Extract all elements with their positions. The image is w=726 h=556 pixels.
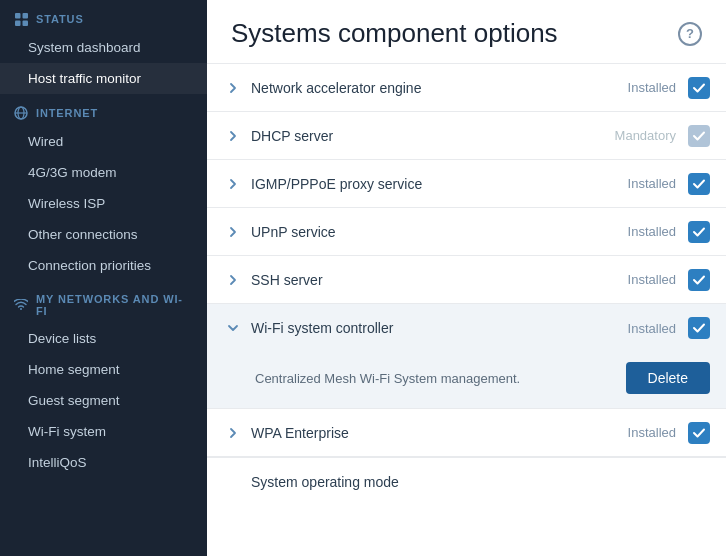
component-checkbox[interactable] <box>688 221 710 243</box>
table-row: Wi-Fi system controller Installed <box>207 304 726 352</box>
main-header: Systems component options ? <box>207 0 726 64</box>
system-operating-name: System operating mode <box>251 474 399 490</box>
chevron-right-icon[interactable] <box>223 78 243 98</box>
sidebar-item-4g-modem[interactable]: 4G/3G modem <box>0 157 207 188</box>
sidebar-item-home-segment-label: Home segment <box>28 362 120 377</box>
wifi-icon <box>14 298 28 312</box>
table-row: UPnP service Installed <box>207 208 726 256</box>
sidebar-item-wireless-isp[interactable]: Wireless ISP <box>0 188 207 219</box>
sidebar-section-mynetworks: MY NETWORKS AND WI-FI <box>0 281 207 323</box>
sidebar-section-status: STATUS <box>0 0 207 32</box>
component-name: Wi-Fi system controller <box>251 320 628 336</box>
table-row: DHCP server Mandatory <box>207 112 726 160</box>
sidebar-item-wired-label: Wired <box>28 134 63 149</box>
component-checkbox[interactable] <box>688 125 710 147</box>
sidebar-item-guest-segment[interactable]: Guest segment <box>0 385 207 416</box>
globe-icon <box>14 106 28 120</box>
component-name: UPnP service <box>251 224 628 240</box>
component-checkbox[interactable] <box>688 77 710 99</box>
svg-rect-3 <box>22 20 28 26</box>
table-row: WPA Enterprise Installed <box>207 409 726 457</box>
component-status: Installed <box>628 272 676 287</box>
component-name: DHCP server <box>251 128 615 144</box>
sidebar-item-wifi-system-label: Wi-Fi system <box>28 424 106 439</box>
sidebar-section-status-label: STATUS <box>36 13 84 25</box>
system-operating-row: System operating mode <box>207 457 726 505</box>
expanded-body: Centralized Mesh Wi-Fi System management… <box>207 352 726 409</box>
component-checkbox[interactable] <box>688 173 710 195</box>
component-status: Installed <box>628 321 676 336</box>
sidebar-item-device-lists-label: Device lists <box>28 331 96 346</box>
component-status: Installed <box>628 425 676 440</box>
chevron-right-icon[interactable] <box>223 174 243 194</box>
sidebar-item-connection-priorities-label: Connection priorities <box>28 258 151 273</box>
table-row: IGMP/PPPoE proxy service Installed <box>207 160 726 208</box>
component-status: Mandatory <box>615 128 676 143</box>
expanded-description: Centralized Mesh Wi-Fi System management… <box>255 371 614 386</box>
sidebar-item-intelliqos-label: IntelliQoS <box>28 455 87 470</box>
chevron-right-icon[interactable] <box>223 423 243 443</box>
component-list: Network accelerator engine Installed DHC… <box>207 64 726 556</box>
sidebar-section-internet: INTERNET <box>0 94 207 126</box>
sidebar-section-internet-label: INTERNET <box>36 107 98 119</box>
sidebar-item-other-connections[interactable]: Other connections <box>0 219 207 250</box>
sidebar-item-home-segment[interactable]: Home segment <box>0 354 207 385</box>
main-content: Systems component options ? Network acce… <box>207 0 726 556</box>
sidebar-item-guest-segment-label: Guest segment <box>28 393 120 408</box>
chevron-right-icon[interactable] <box>223 270 243 290</box>
svg-rect-2 <box>15 20 21 26</box>
component-name: IGMP/PPPoE proxy service <box>251 176 628 192</box>
sidebar-item-system-dashboard[interactable]: System dashboard <box>0 32 207 63</box>
sidebar-item-wifi-system[interactable]: Wi-Fi system <box>0 416 207 447</box>
component-checkbox[interactable] <box>688 422 710 444</box>
sidebar-item-4g-modem-label: 4G/3G modem <box>28 165 117 180</box>
sidebar-item-connection-priorities[interactable]: Connection priorities <box>0 250 207 281</box>
sidebar-section-mynetworks-label: MY NETWORKS AND WI-FI <box>36 293 193 317</box>
chevron-right-icon[interactable] <box>223 126 243 146</box>
component-checkbox[interactable] <box>688 269 710 291</box>
component-status: Installed <box>628 224 676 239</box>
sidebar-item-wireless-isp-label: Wireless ISP <box>28 196 105 211</box>
sidebar-item-wired[interactable]: Wired <box>0 126 207 157</box>
table-row: SSH server Installed <box>207 256 726 304</box>
sidebar: STATUS System dashboard Host traffic mon… <box>0 0 207 556</box>
sidebar-item-host-traffic-monitor-label: Host traffic monitor <box>28 71 141 86</box>
grid-icon <box>14 12 28 26</box>
component-name: WPA Enterprise <box>251 425 628 441</box>
svg-rect-1 <box>22 13 28 19</box>
component-status: Installed <box>628 80 676 95</box>
sidebar-item-intelliqos[interactable]: IntelliQoS <box>0 447 207 478</box>
component-name: Network accelerator engine <box>251 80 628 96</box>
sidebar-item-host-traffic-monitor[interactable]: Host traffic monitor <box>0 63 207 94</box>
help-button[interactable]: ? <box>678 22 702 46</box>
sidebar-item-other-connections-label: Other connections <box>28 227 138 242</box>
svg-rect-0 <box>15 13 21 19</box>
sidebar-item-device-lists[interactable]: Device lists <box>0 323 207 354</box>
component-checkbox[interactable] <box>688 317 710 339</box>
sidebar-item-system-dashboard-label: System dashboard <box>28 40 141 55</box>
chevron-right-icon[interactable] <box>223 222 243 242</box>
table-row: Network accelerator engine Installed <box>207 64 726 112</box>
page-title: Systems component options <box>231 18 666 49</box>
chevron-down-icon[interactable] <box>223 318 243 338</box>
delete-button[interactable]: Delete <box>626 362 710 394</box>
component-name: SSH server <box>251 272 628 288</box>
component-status: Installed <box>628 176 676 191</box>
